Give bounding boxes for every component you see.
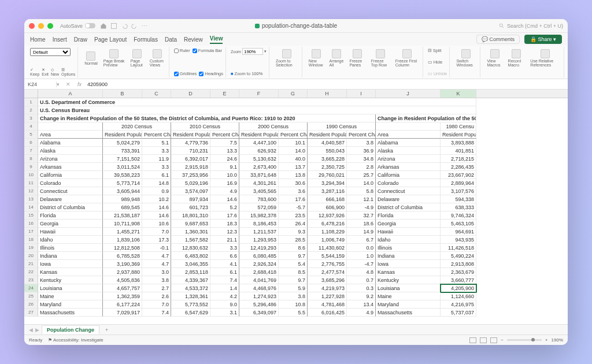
cell[interactable]: 4,468,976 — [239, 284, 279, 292]
cell[interactable]: 6.1 — [142, 171, 171, 179]
cell[interactable]: 15,982,378 — [239, 211, 279, 220]
cell[interactable]: 14.8 — [142, 179, 171, 187]
cell[interactable]: -0.1 — [142, 244, 171, 252]
cell[interactable]: 1,274,923 — [239, 292, 279, 300]
cell[interactable]: Louisiana — [376, 284, 441, 292]
cell[interactable]: 12,812,508 — [103, 244, 142, 252]
cell[interactable]: 4.8 — [347, 268, 376, 276]
cell[interactable]: Florida — [38, 211, 103, 220]
cell[interactable]: 594,338 — [441, 195, 476, 203]
cell[interactable]: 9.7 — [279, 276, 308, 284]
cell[interactable]: 2010 Census — [171, 122, 239, 131]
cell[interactable]: 32.7 — [347, 211, 376, 220]
cell[interactable]: Illinois — [38, 244, 103, 252]
cell[interactable]: 18.6 — [347, 220, 376, 228]
cell[interactable]: 34.8 — [347, 155, 376, 163]
tab-data[interactable]: Data — [165, 36, 177, 43]
page-layout-view-icon[interactable] — [480, 337, 487, 343]
row-header[interactable]: 11 — [24, 179, 38, 187]
cell[interactable]: 4,781,468 — [308, 300, 347, 309]
zoom-in-button[interactable]: + — [545, 337, 548, 343]
cell[interactable]: Area — [38, 131, 103, 139]
cell[interactable]: 4.9 — [347, 309, 376, 317]
cell[interactable]: 12,937,926 — [308, 211, 347, 220]
cell[interactable]: 5,737,037 — [441, 309, 476, 317]
row-header[interactable]: 6 — [24, 139, 38, 147]
cell[interactable]: Resident Population — [103, 131, 142, 139]
col-header-G[interactable]: G — [279, 90, 308, 98]
cell[interactable]: 2,776,755 — [308, 260, 347, 268]
cell[interactable]: Kansas — [376, 268, 441, 276]
zoom-100-button[interactable]: ■ Zoom to 100% — [231, 71, 262, 76]
row-header[interactable]: 10 — [24, 171, 38, 179]
cell[interactable]: 29,760,021 — [308, 171, 347, 179]
cell[interactable]: 9.7 — [279, 252, 308, 260]
cell[interactable]: 5,024,279 — [103, 139, 142, 147]
row-header[interactable]: 4 — [24, 122, 38, 131]
cell[interactable]: 18.3 — [210, 220, 239, 228]
row-header[interactable]: 23 — [24, 276, 38, 284]
cell[interactable]: 2000 Census — [239, 122, 308, 131]
cell[interactable]: 0.9 — [142, 187, 171, 195]
search-input[interactable]: Search (Cmd + Ctrl + U) — [499, 23, 563, 29]
cell[interactable]: 21,538,187 — [103, 211, 142, 220]
cell[interactable]: 8.6 — [279, 244, 308, 252]
cell[interactable]: 9.2 — [347, 292, 376, 300]
cell[interactable]: 3,405,565 — [239, 187, 279, 195]
cell[interactable]: 10.8 — [279, 300, 308, 309]
cell[interactable]: 17.6 — [279, 195, 308, 203]
cell[interactable]: 638,333 — [441, 203, 476, 211]
select-all-corner[interactable] — [24, 90, 38, 98]
cell[interactable]: 25.7 — [347, 171, 376, 179]
sheet-nav-prev[interactable]: ◀ — [29, 327, 33, 333]
row-header[interactable]: 1 — [24, 98, 38, 106]
cell[interactable]: Idaho — [38, 236, 103, 244]
cell[interactable]: 5,296,486 — [239, 300, 279, 309]
cell[interactable]: 401,851 — [441, 147, 476, 155]
row-header[interactable]: 22 — [24, 268, 38, 276]
custom-views-button[interactable]: Custom Views — [148, 48, 166, 68]
tab-review[interactable]: Review — [184, 36, 203, 43]
cell[interactable]: 14.0 — [279, 147, 308, 155]
cell[interactable]: Alaska — [376, 147, 441, 155]
cell[interactable]: 3.0 — [142, 268, 171, 276]
cell[interactable]: Hawaii — [376, 228, 441, 236]
cell[interactable]: 4,447,100 — [239, 139, 279, 147]
cell[interactable]: 17.3 — [142, 236, 171, 244]
cell[interactable]: Maryland — [376, 300, 441, 309]
col-header-I[interactable]: I — [347, 90, 376, 98]
cell[interactable]: 10,711,908 — [103, 220, 142, 228]
row-header[interactable]: 5 — [24, 131, 38, 139]
cell[interactable]: 3.3 — [142, 163, 171, 171]
cell[interactable]: 18,801,310 — [171, 211, 210, 220]
cell[interactable]: 8,186,453 — [239, 220, 279, 228]
cell[interactable]: 14.6 — [142, 211, 171, 220]
row-header[interactable]: 8 — [24, 155, 38, 163]
cell[interactable]: Change in Resident Population of the 50 … — [38, 114, 376, 122]
cell[interactable]: 8.5 — [279, 268, 308, 276]
tab-draw[interactable]: Draw — [74, 36, 87, 43]
cell[interactable]: 3.8 — [347, 139, 376, 147]
cell[interactable]: 5,773,714 — [103, 179, 142, 187]
cell[interactable]: 606,900 — [308, 203, 347, 211]
options-button[interactable]: ☰ Options — [61, 68, 75, 76]
cell[interactable]: 4,041,769 — [239, 276, 279, 284]
zoom-percent[interactable]: 190% — [552, 337, 563, 343]
cell[interactable]: 5,029,196 — [171, 179, 210, 187]
cell[interactable]: Percent Change — [279, 131, 308, 139]
cell[interactable]: 4.7 — [142, 260, 171, 268]
cell[interactable]: 6,392,017 — [171, 155, 210, 163]
cell[interactable]: District of Columbia — [38, 203, 103, 211]
cell[interactable]: 23,667,902 — [441, 171, 476, 179]
cell[interactable]: Kentucky — [376, 276, 441, 284]
cell[interactable]: District of Columbia — [376, 203, 441, 211]
cell[interactable]: Arkansas — [376, 163, 441, 171]
page-break-button[interactable]: Page Break Preview — [102, 48, 127, 68]
cell[interactable]: Georgia — [376, 220, 441, 228]
cell[interactable]: 33,871,648 — [239, 171, 279, 179]
cell[interactable]: 6,478,216 — [308, 220, 347, 228]
status-accessibility[interactable]: ⚑ Accessibility: Investigate — [48, 337, 103, 343]
undo-icon[interactable] — [121, 23, 128, 29]
cell[interactable]: 2,688,418 — [239, 268, 279, 276]
fx-icon[interactable]: fx — [74, 81, 85, 87]
